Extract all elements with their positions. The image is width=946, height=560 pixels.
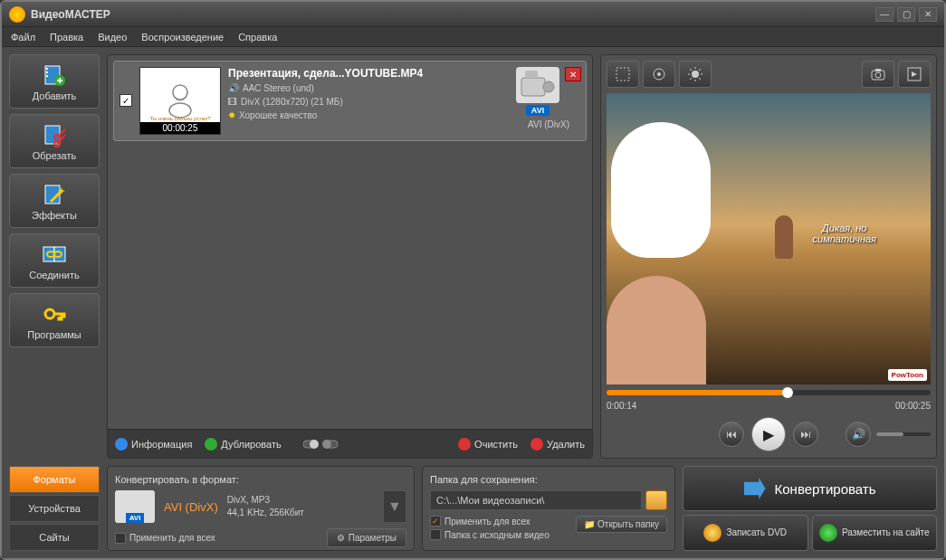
folder-icon: 📁 [584,519,595,529]
file-audio: AAC Stereo (und) [243,83,314,93]
play-button[interactable]: ▶ [751,417,786,451]
sidebar-programs[interactable]: Программы [9,293,100,347]
sidebar-label: Соединить [29,270,80,280]
remove-file-button[interactable]: ✕ [565,67,581,81]
sidebar-join[interactable]: Соединить [9,233,100,288]
svg-rect-2 [46,71,48,73]
volume-slider[interactable] [876,432,931,436]
file-name: Презентация, сдела...YOUTUBE.MP4 [228,67,510,80]
minimize-button[interactable]: — [875,7,893,22]
tab-devices[interactable]: Устройства [9,495,100,522]
scissors-icon [42,122,67,147]
enhance-button[interactable] [643,61,675,88]
svg-point-28 [875,72,881,78]
video-watermark: PowToon [888,369,927,381]
burn-dvd-button[interactable]: Записать DVD [683,515,808,551]
fullscreen-button[interactable] [898,61,931,88]
sidebar-label: Обрезать [33,150,77,161]
save-panel: Папка для сохранения: C:\...\Мои видеоза… [422,466,675,551]
svg-rect-9 [43,247,54,261]
figure [775,215,793,259]
menu-playback[interactable]: Воспроизведение [141,32,224,43]
crop-button[interactable] [607,61,639,88]
browse-button[interactable] [645,490,667,510]
format-tabs: Форматы Устройства Сайты [9,466,100,551]
menubar: Файл Правка Видео Воспроизведение Справк… [2,27,944,47]
close-button[interactable]: ✕ [919,7,937,22]
svg-point-25 [657,72,661,76]
toggle-button[interactable] [303,437,339,451]
delete-icon [530,438,543,451]
format-details: DivX, MP344,1 KHz, 256Кбит [227,494,304,519]
save-apply-all-checkbox[interactable]: ✓Применить для всех [430,516,549,527]
action-panel: Конвертировать Записать DVD Разместить н… [683,466,937,551]
svg-point-13 [45,309,54,318]
key-icon [42,301,67,327]
star-icon: ✸ [228,110,235,120]
titlebar: ВидеоМАСТЕР — ▢ ✕ [2,2,944,27]
svg-point-14 [173,85,187,100]
brightness-button[interactable] [679,61,712,88]
format-icon: AVI [115,490,155,523]
svg-point-22 [322,440,331,449]
character-icon [611,122,711,258]
time-current: 0:00:14 [607,401,636,411]
duplicate-button[interactable]: Дублировать [205,438,281,451]
file-checkbox[interactable]: ✓ [119,94,132,107]
maximize-button[interactable]: ▢ [897,7,915,22]
gear-icon: ⚙ [337,533,345,543]
menu-video[interactable]: Видео [98,32,127,43]
disc-icon [703,524,721,542]
clear-button[interactable]: Очистить [458,438,518,451]
convert-button[interactable]: Конвертировать [683,466,937,511]
publish-web-button[interactable]: Разместить на сайте [812,515,938,551]
tab-sites[interactable]: Сайты [9,524,100,551]
seek-bar[interactable] [607,390,931,395]
delete-button[interactable]: Удалить [530,438,585,451]
svg-rect-23 [616,68,629,81]
file-thumbnail: Ты очень сильно устал? 00:00:25 [139,67,221,135]
sidebar-label: Программы [27,329,81,340]
parameters-button[interactable]: ⚙Параметры [327,528,406,547]
file-video: DivX (1280x720) (21 МБ) [241,97,343,107]
file-duration: 00:00:25 [140,122,220,134]
open-folder-button[interactable]: 📁Открыть папку [576,516,667,533]
apply-all-checkbox[interactable]: Применить для всех [115,533,215,544]
file-quality: Хорошее качество [239,110,317,120]
svg-rect-29 [875,69,881,71]
list-toolbar: Информация Дублировать Очистить Удалить [108,429,592,458]
convert-icon [744,478,766,499]
save-path[interactable]: C:\...\Мои видеозаписи\ [430,490,642,510]
file-list: ✓ Ты очень сильно устал? 00:00:25 Презен… [107,54,593,459]
menu-help[interactable]: Справка [238,32,277,43]
svg-rect-18 [525,71,538,78]
save-label: Папка для сохранения: [430,474,667,485]
menu-file[interactable]: Файл [11,32,35,43]
sidebar-add[interactable]: Добавить [9,54,100,109]
video-preview[interactable]: Дикая, носимпатичная PowToon [607,93,931,384]
svg-point-26 [692,71,699,78]
plus-icon [205,438,217,451]
file-target: AVI ✕ AVI (DivX) [517,67,580,129]
sidebar-trim[interactable]: Обрезать [9,114,100,168]
format-dropdown[interactable]: ▼ [383,490,406,523]
menu-edit[interactable]: Правка [50,32,83,43]
info-button[interactable]: Информация [115,438,192,451]
clear-icon [458,438,471,451]
svg-rect-3 [46,75,48,77]
film-plus-icon [42,62,67,88]
prev-button[interactable]: ⏮ [719,422,744,447]
film-icon: 🎞 [228,97,237,107]
hand-overlay [607,276,706,384]
camera-icon [516,67,559,103]
save-src-folder-checkbox[interactable]: Папка с исходным видео [430,529,549,540]
sidebar-effects[interactable]: Эффекты [9,174,100,228]
next-button[interactable]: ⏭ [793,422,818,447]
sidebar-label: Добавить [33,90,77,101]
sidebar: Добавить Обрезать Эффекты Соединить Прог… [9,54,100,459]
globe-icon [819,524,837,542]
tab-formats[interactable]: Форматы [9,466,100,493]
volume-button[interactable]: 🔊 [846,422,871,447]
file-item[interactable]: ✓ Ты очень сильно устал? 00:00:25 Презен… [113,61,587,141]
snapshot-button[interactable] [862,61,894,88]
